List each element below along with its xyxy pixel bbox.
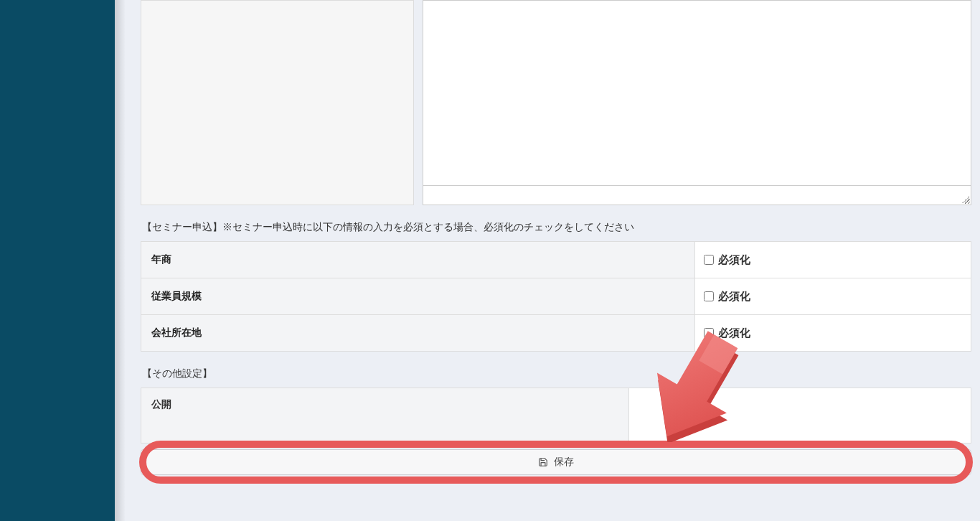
save-button-wrap: 保存	[141, 449, 971, 475]
required-checkbox[interactable]	[704, 291, 714, 301]
table-row: 年商 必須化	[141, 242, 971, 278]
save-button[interactable]: 保存	[141, 449, 971, 475]
required-label: 必須化	[718, 327, 750, 340]
required-label: 必須化	[718, 290, 750, 304]
row-label-publish: 公開	[141, 388, 629, 443]
table-row: 公開	[141, 388, 971, 443]
row-cell: 必須化	[695, 242, 971, 278]
required-checkbox[interactable]	[704, 255, 714, 265]
seminar-section-note: 【セミナー申込】※セミナー申込時に以下の情報の入力を必須とする場合、必須化のチェ…	[142, 221, 971, 234]
required-toggle-employees[interactable]: 必須化	[704, 290, 962, 304]
content-area: 【セミナー申込】※セミナー申込時に以下の情報の入力を必須とする場合、必須化のチェ…	[115, 0, 980, 521]
row-cell: 必須化	[695, 278, 971, 315]
required-options-table: 年商 必須化 従業員規模 必須化 会社所在地 必須	[141, 241, 971, 352]
rich-text-area[interactable]	[423, 0, 971, 185]
required-label: 必須化	[718, 253, 750, 267]
save-icon	[538, 457, 548, 467]
row-label-location: 会社所在地	[141, 315, 695, 352]
required-toggle-location[interactable]: 必須化	[704, 327, 962, 340]
table-row: 従業員規模 必須化	[141, 278, 971, 315]
row-label-revenue: 年商	[141, 242, 695, 278]
editor-right-pane	[423, 0, 971, 205]
sidebar	[0, 0, 115, 521]
raw-text-area[interactable]	[423, 185, 971, 205]
editor-row	[141, 0, 971, 205]
other-section-note: 【その他設定】	[142, 367, 971, 380]
save-button-label: 保存	[554, 456, 574, 469]
required-checkbox[interactable]	[704, 328, 714, 338]
row-cell: 必須化	[695, 315, 971, 352]
required-toggle-revenue[interactable]: 必須化	[704, 253, 962, 267]
other-settings-table: 公開	[141, 388, 971, 443]
editor-left-pane[interactable]	[141, 0, 414, 205]
table-row: 会社所在地 必須化	[141, 315, 971, 352]
row-label-employees: 従業員規模	[141, 278, 695, 315]
row-cell-publish	[629, 388, 971, 443]
